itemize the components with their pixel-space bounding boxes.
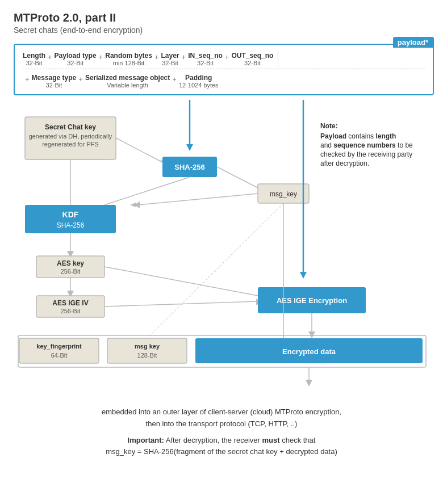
sep5: + xyxy=(225,53,229,61)
svg-text:generated via DH, periodically: generated via DH, periodically xyxy=(29,133,112,140)
svg-text:after decryption.: after decryption. xyxy=(320,159,369,167)
svg-text:and sequence numbers to be: and sequence numbers to be xyxy=(320,141,413,149)
sep7: + xyxy=(78,75,83,83)
svg-marker-39 xyxy=(300,272,307,279)
sep8: + xyxy=(172,75,177,83)
svg-text:SHA-256: SHA-256 xyxy=(57,221,85,229)
svg-text:Note:: Note: xyxy=(320,122,338,130)
sep4: + xyxy=(182,53,186,61)
sep2: + xyxy=(99,53,103,61)
svg-marker-47 xyxy=(308,331,315,338)
svg-marker-6 xyxy=(186,144,193,151)
field-serialized-msg: Serialized message object Variable lengt… xyxy=(85,74,170,89)
sep6: + xyxy=(25,75,30,83)
field-payload-type: Payload type 32-Bit xyxy=(55,52,97,66)
svg-line-40 xyxy=(105,267,258,296)
svg-text:128-Bit: 128-Bit xyxy=(137,352,157,359)
svg-text:msg key: msg key xyxy=(135,343,160,350)
svg-text:Encrypted data: Encrypted data xyxy=(282,347,336,356)
page-title: MTProto 2.0, part II xyxy=(14,11,429,24)
svg-rect-51 xyxy=(107,338,187,363)
svg-text:64-Bit: 64-Bit xyxy=(51,352,68,359)
svg-text:regenerated for PFS: regenerated for PFS xyxy=(42,141,99,148)
svg-text:AES IGE Encryption: AES IGE Encryption xyxy=(277,296,347,305)
field-in-seq: IN_seq_no 32-Bit xyxy=(188,52,223,66)
svg-line-23 xyxy=(105,177,190,205)
flow-diagram: Note: Payload contains length and sequen… xyxy=(14,100,434,395)
field-random-bytes: Random bytes min 128-Bit xyxy=(105,52,152,66)
field-padding: Padding 12-1024 bytes xyxy=(179,74,219,89)
svg-text:checked by the receiving party: checked by the receiving party xyxy=(320,150,412,158)
svg-line-57 xyxy=(147,203,283,338)
svg-text:KDF: KDF xyxy=(62,210,79,219)
sep3: + xyxy=(154,53,159,61)
svg-rect-48 xyxy=(19,338,99,363)
field-length: Length 32-Bit xyxy=(23,52,45,66)
svg-text:SHA-256: SHA-256 xyxy=(174,163,204,171)
sep1: + xyxy=(48,53,52,61)
svg-text:256-Bit: 256-Bit xyxy=(61,268,81,275)
svg-line-12 xyxy=(116,138,162,162)
svg-text:256-Bit: 256-Bit xyxy=(61,308,81,314)
svg-text:AES IGE IV: AES IGE IV xyxy=(52,299,88,307)
field-message-type: Message type 32-Bit xyxy=(32,74,77,89)
svg-text:msg_key: msg_key xyxy=(270,190,297,198)
payload-row-2: + Message type 32-Bit + Serialized messa… xyxy=(23,69,425,89)
payload-box: payload* Length 32-Bit + Payload type 32… xyxy=(14,44,434,95)
svg-line-16 xyxy=(217,167,258,188)
payload-row-1: Length 32-Bit + Payload type 32-Bit + Ra… xyxy=(23,52,425,66)
svg-line-42 xyxy=(105,301,258,306)
bottom-important: Important: After decryption, the receive… xyxy=(14,435,429,459)
field-out-seq: OUT_seq_no 32-Bit xyxy=(231,52,278,66)
payload-label: payload* xyxy=(393,37,434,48)
svg-text:Payload contains length: Payload contains length xyxy=(320,132,396,140)
bottom-description: embedded into an outer layer of client-s… xyxy=(14,406,429,430)
svg-line-20 xyxy=(139,194,258,205)
field-layer: Layer 32-Bit xyxy=(161,52,179,66)
page-subtitle: Secret chats (end-to-end encryption) xyxy=(14,26,429,35)
svg-text:key_fingerprint: key_fingerprint xyxy=(36,343,82,350)
svg-text:Secret Chat key: Secret Chat key xyxy=(45,123,96,131)
svg-marker-22 xyxy=(130,203,136,207)
svg-text:AES key: AES key xyxy=(57,259,84,267)
svg-marker-60 xyxy=(306,380,312,387)
